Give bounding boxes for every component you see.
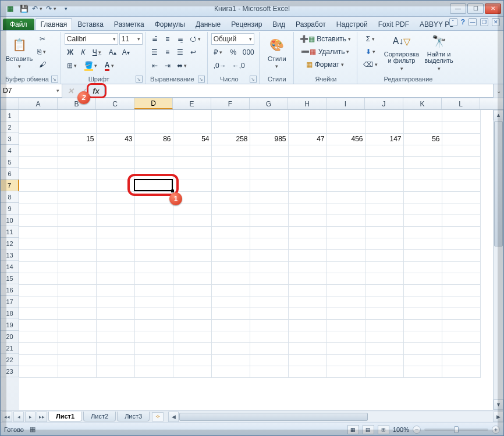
zoom-out-button[interactable]: −: [413, 426, 421, 434]
tab-view[interactable]: Вид: [267, 18, 290, 30]
vertical-scrollbar[interactable]: ▲ ▼: [493, 110, 503, 410]
row-header-5[interactable]: 5: [1, 156, 19, 168]
increase-decimal-button[interactable]: ,0→: [211, 60, 229, 72]
paste-button[interactable]: 📋 Вставить ▾: [5, 33, 33, 72]
percent-button[interactable]: %: [228, 47, 239, 58]
italic-button[interactable]: К: [77, 47, 89, 58]
tab-formulas[interactable]: Формулы: [150, 18, 190, 30]
font-size-combo[interactable]: 11▾: [119, 33, 143, 45]
tab-review[interactable]: Рецензир: [226, 18, 267, 30]
grow-font-button[interactable]: A▴: [107, 47, 119, 58]
col-header-K[interactable]: K: [403, 98, 442, 109]
tab-home[interactable]: Главная: [36, 18, 73, 30]
styles-button[interactable]: 🎨 Стили ▾: [263, 33, 291, 72]
align-center-button[interactable]: ≡: [162, 47, 173, 58]
align-bottom-button[interactable]: ≡̱: [175, 33, 186, 45]
row-header-2[interactable]: 2: [1, 121, 19, 133]
undo-icon[interactable]: ↶▾: [32, 3, 44, 15]
clipboard-launcher-icon[interactable]: ↘: [51, 76, 58, 83]
scroll-down-button[interactable]: ▼: [494, 399, 503, 410]
tab-insert[interactable]: Вставка: [72, 18, 109, 30]
fill-button[interactable]: ⬇▾: [361, 46, 381, 58]
minimize-button[interactable]: —: [450, 3, 466, 14]
col-header-L[interactable]: L: [442, 98, 480, 109]
col-header-F[interactable]: F: [211, 98, 250, 109]
view-layout-button[interactable]: ▤: [363, 425, 374, 434]
col-header-E[interactable]: E: [173, 98, 211, 109]
cells-grid[interactable]: 154386542589854745614756 1: [19, 110, 493, 410]
align-right-button[interactable]: ☰: [175, 47, 186, 58]
horizontal-scrollbar[interactable]: ◀ ▶: [168, 412, 503, 422]
redo-icon[interactable]: ↷▾: [46, 3, 58, 15]
currency-button[interactable]: ₽▾: [211, 47, 226, 58]
tab-addins[interactable]: Надстрой: [331, 18, 373, 30]
tab-developer[interactable]: Разработ: [290, 18, 331, 30]
enter-formula-button[interactable]: ✓: [77, 85, 89, 97]
row-header-16[interactable]: 16: [1, 284, 19, 296]
find-select-button[interactable]: 🔭 Найти и выделить ▾: [422, 33, 456, 72]
hscroll-thumb[interactable]: [179, 413, 368, 421]
workbook-close-icon[interactable]: ✕: [492, 18, 500, 26]
merge-button[interactable]: ⬌▾: [175, 60, 191, 72]
macro-record-icon[interactable]: ▦: [30, 426, 36, 433]
row-header-20[interactable]: 20: [1, 331, 19, 342]
col-header-G[interactable]: G: [250, 98, 288, 109]
underline-button[interactable]: Ч▾: [90, 47, 105, 58]
zoom-level[interactable]: 100%: [393, 426, 409, 433]
fill-handle[interactable]: [171, 190, 174, 192]
zoom-in-button[interactable]: +: [492, 426, 500, 434]
scroll-up-button[interactable]: ▲: [494, 110, 503, 120]
format-painter-button[interactable]: 🖌: [35, 59, 49, 70]
comma-button[interactable]: 000: [240, 47, 257, 58]
number-format-combo[interactable]: Общий▾: [211, 33, 254, 45]
decrease-decimal-button[interactable]: ←,0: [230, 60, 247, 72]
row-header-15[interactable]: 15: [1, 273, 19, 284]
sheet-tab-2[interactable]: Лист2: [83, 412, 116, 421]
minimize-ribbon-icon[interactable]: ˄: [449, 18, 457, 26]
fill-color-button[interactable]: 🪣▾: [82, 60, 101, 72]
orientation-button[interactable]: ⭯▾: [187, 33, 205, 45]
shrink-font-button[interactable]: A▾: [120, 47, 132, 58]
new-sheet-button[interactable]: ✧: [152, 412, 164, 421]
sheet-nav-next[interactable]: ▸: [25, 412, 36, 422]
row-header-14[interactable]: 14: [1, 261, 19, 273]
zoom-knob[interactable]: [454, 426, 459, 433]
format-cells-button[interactable]: ▦ Формат▾: [297, 59, 354, 70]
increase-indent-button[interactable]: ⇥: [162, 60, 173, 72]
col-header-A[interactable]: A: [19, 98, 58, 109]
sheet-nav-prev[interactable]: ◂: [13, 412, 24, 422]
row-header-1[interactable]: 1: [1, 110, 19, 121]
excel-app-icon[interactable]: ▦: [4, 3, 16, 15]
view-pagebreak-button[interactable]: ⊞: [378, 425, 389, 434]
cancel-formula-button[interactable]: ✕: [65, 85, 76, 97]
delete-cells-button[interactable]: ➖▦ Удалить▾: [297, 46, 354, 58]
row-header-23[interactable]: 23: [1, 366, 19, 377]
cut-button[interactable]: ✂: [35, 33, 49, 45]
view-normal-button[interactable]: ▦: [347, 425, 359, 434]
row-header-10[interactable]: 10: [1, 215, 19, 226]
wrap-text-button[interactable]: ↩: [187, 47, 199, 58]
borders-button[interactable]: ⊞▾: [65, 60, 81, 72]
col-header-B[interactable]: B: [58, 98, 96, 109]
row-header-22[interactable]: 22: [1, 354, 19, 366]
maximize-button[interactable]: ☐: [467, 3, 484, 14]
qat-customize-icon[interactable]: ▾: [60, 3, 72, 15]
col-header-I[interactable]: I: [326, 98, 365, 109]
col-header-H[interactable]: H: [288, 98, 326, 109]
row-header-12[interactable]: 12: [1, 238, 19, 249]
font-color-button[interactable]: A▾: [102, 60, 118, 72]
scroll-right-button[interactable]: ▶: [493, 412, 503, 422]
align-top-button[interactable]: ≡̄: [149, 33, 161, 45]
col-header-J[interactable]: J: [365, 98, 403, 109]
tab-data[interactable]: Данные: [190, 18, 226, 30]
tab-file[interactable]: Файл: [3, 19, 34, 30]
row-header-21[interactable]: 21: [1, 342, 19, 354]
align-middle-button[interactable]: ≡: [162, 33, 173, 45]
workbook-restore-icon[interactable]: ❐: [480, 18, 488, 26]
sheet-tab-3[interactable]: Лист3: [117, 412, 150, 421]
alignment-launcher-icon[interactable]: ↘: [198, 76, 205, 83]
row-header-8[interactable]: 8: [1, 191, 19, 203]
row-header-4[interactable]: 4: [1, 145, 19, 156]
row-header-17[interactable]: 17: [1, 296, 19, 308]
sheet-nav-first[interactable]: ◂◂: [2, 412, 12, 422]
